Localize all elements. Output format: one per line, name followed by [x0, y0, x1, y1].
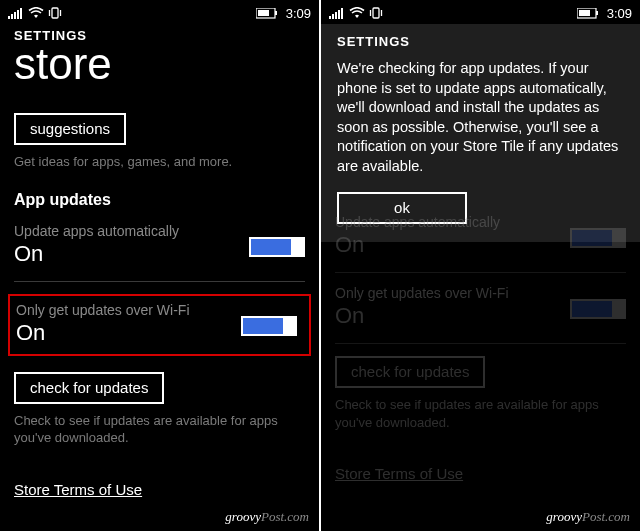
watermark: groovyPost.com — [546, 509, 630, 525]
settings-content: SETTINGS store suggestions Get ideas for… — [0, 28, 319, 499]
svg-rect-12 — [332, 14, 334, 19]
divider — [335, 272, 626, 273]
dialog-title: SETTINGS — [337, 34, 624, 49]
svg-rect-13 — [335, 12, 337, 19]
divider — [335, 343, 626, 344]
ok-button[interactable]: ok — [337, 192, 467, 224]
wifi-icon — [349, 7, 365, 19]
vibrate-icon — [48, 7, 62, 19]
svg-rect-2 — [14, 12, 16, 19]
watermark: groovyPost.com — [225, 509, 309, 525]
clock: 3:09 — [607, 6, 632, 21]
setting-wifi-only: Only get updates over Wi-Fi On — [16, 302, 303, 346]
svg-rect-0 — [8, 16, 10, 19]
setting-label: Only get updates over Wi-Fi — [335, 285, 626, 301]
terms-link[interactable]: Store Terms of Use — [14, 481, 142, 498]
svg-rect-21 — [579, 10, 590, 16]
svg-rect-1 — [11, 14, 13, 19]
vibrate-icon — [369, 7, 383, 19]
clock: 3:09 — [286, 6, 311, 21]
page-title: store — [14, 41, 305, 87]
setting-wifi-only: Only get updates over Wi-Fi On — [335, 285, 626, 329]
dialog-message: We're checking for app updates. If your … — [337, 59, 624, 176]
status-bar: 3:09 — [321, 0, 640, 24]
svg-rect-20 — [596, 11, 598, 15]
battery-icon — [577, 8, 599, 19]
svg-rect-16 — [373, 8, 379, 18]
svg-rect-14 — [338, 10, 340, 19]
signal-icon — [329, 7, 345, 19]
svg-rect-11 — [329, 16, 331, 19]
wifi-icon — [28, 7, 44, 19]
svg-rect-5 — [52, 8, 58, 18]
svg-rect-15 — [341, 8, 343, 19]
svg-rect-3 — [17, 10, 19, 19]
status-bar: 3:09 — [0, 0, 319, 24]
svg-rect-10 — [258, 10, 269, 16]
phone-screen-right: 3:09 SETTINGS We're checking for app upd… — [321, 0, 640, 531]
phone-screen-left: 3:09 SETTINGS store suggestions Get idea… — [0, 0, 319, 531]
suggestions-button[interactable]: suggestions — [14, 113, 126, 145]
terms-link[interactable]: Store Terms of Use — [335, 465, 463, 482]
toggle-wifi-only[interactable] — [570, 299, 626, 319]
battery-icon — [256, 8, 278, 19]
check-updates-button[interactable]: check for updates — [335, 356, 485, 388]
check-updates-hint: Check to see if updates are available fo… — [14, 412, 305, 447]
update-dialog: SETTINGS We're checking for app updates.… — [321, 24, 640, 242]
toggle-auto-update[interactable] — [249, 237, 305, 257]
highlight-wifi-only: Only get updates over Wi-Fi On — [8, 294, 311, 356]
check-updates-hint: Check to see if updates are available fo… — [335, 396, 626, 431]
section-title-app-updates: App updates — [14, 191, 305, 209]
signal-icon — [8, 7, 24, 19]
divider — [14, 281, 305, 282]
setting-auto-update: Update apps automatically On — [14, 223, 305, 267]
suggestions-hint: Get ideas for apps, games, and more. — [14, 153, 305, 171]
svg-rect-9 — [275, 11, 277, 15]
setting-value: On — [335, 303, 626, 329]
svg-rect-4 — [20, 8, 22, 19]
toggle-wifi-only[interactable] — [241, 316, 297, 336]
check-updates-button[interactable]: check for updates — [14, 372, 164, 404]
